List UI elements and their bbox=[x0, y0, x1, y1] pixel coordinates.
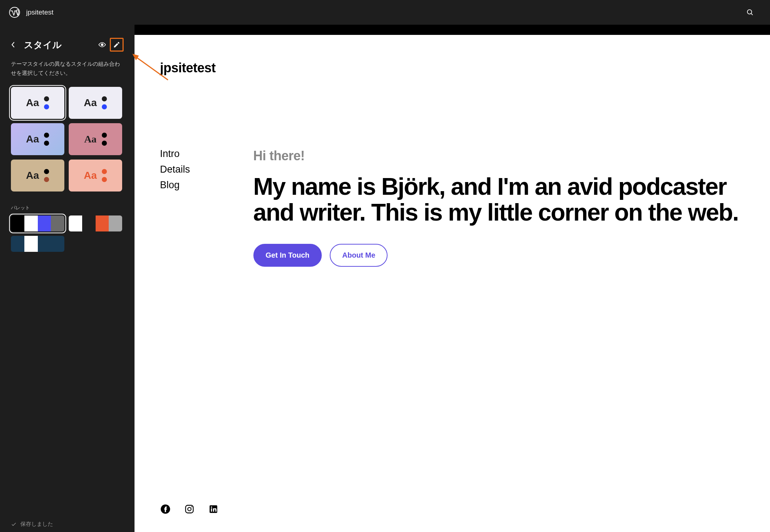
palette-swatch bbox=[38, 215, 51, 231]
style-card-sample-text: Aa bbox=[26, 97, 39, 109]
style-variations-grid: AaAaAaAaAaAa bbox=[11, 87, 124, 192]
svg-point-6 bbox=[188, 507, 191, 511]
style-variation-card[interactable]: Aa bbox=[69, 123, 122, 155]
style-card-color-dots bbox=[44, 169, 49, 182]
style-card-sample-text: Aa bbox=[84, 97, 97, 109]
svg-point-10 bbox=[211, 507, 212, 508]
preview-styles-button[interactable] bbox=[96, 39, 108, 51]
style-card-color-dots bbox=[102, 133, 107, 146]
edit-styles-button[interactable] bbox=[110, 38, 124, 52]
sidebar-styles-panel: スタイル テーマスタイルの異なるスタイルの組み合わせを選択してください。 AaA… bbox=[0, 25, 135, 532]
palette-swatch bbox=[82, 215, 96, 231]
sidebar-description: テーマスタイルの異なるスタイルの組み合わせを選択してください。 bbox=[11, 60, 124, 77]
palette-swatch bbox=[69, 215, 82, 231]
preview-nav-link[interactable]: Details bbox=[160, 164, 190, 175]
palette-option[interactable] bbox=[11, 215, 64, 231]
style-variation-card[interactable]: Aa bbox=[11, 123, 64, 155]
palette-swatch bbox=[51, 236, 64, 252]
style-card-sample-text: Aa bbox=[84, 170, 97, 181]
preview-nav-link[interactable]: Blog bbox=[160, 180, 190, 191]
palette-swatch bbox=[38, 236, 51, 252]
search-button[interactable] bbox=[746, 8, 754, 16]
palette-swatch bbox=[51, 215, 64, 231]
preview-nav-link[interactable]: Intro bbox=[160, 148, 190, 160]
about-me-button[interactable]: About Me bbox=[330, 244, 388, 267]
preview-greeting: Hi there! bbox=[253, 148, 770, 164]
style-card-color-dots bbox=[44, 133, 49, 146]
style-variation-card[interactable]: Aa bbox=[69, 160, 122, 192]
palette-section-label: パレット bbox=[11, 205, 124, 211]
preview-headline: My name is Björk, and I'm an avid podcas… bbox=[253, 174, 770, 226]
palette-swatch bbox=[96, 215, 109, 231]
style-variation-card[interactable]: Aa bbox=[11, 87, 64, 119]
svg-point-7 bbox=[191, 506, 192, 507]
style-card-sample-text: Aa bbox=[26, 170, 39, 181]
topbar: jpsitetest bbox=[0, 0, 770, 25]
save-status: 保存しました bbox=[11, 521, 53, 528]
preview-canvas[interactable]: jpsitetest IntroDetailsBlog Hi there! My… bbox=[135, 35, 770, 532]
style-card-sample-text: Aa bbox=[26, 133, 39, 145]
style-card-color-dots bbox=[102, 169, 107, 182]
site-identity[interactable]: jpsitetest bbox=[9, 7, 53, 18]
preview-social-icons bbox=[160, 504, 219, 515]
svg-point-1 bbox=[747, 10, 752, 14]
svg-rect-9 bbox=[211, 508, 212, 512]
preview-site-title[interactable]: jpsitetest bbox=[160, 60, 770, 76]
linkedin-icon[interactable] bbox=[208, 504, 219, 515]
palette-swatch bbox=[24, 236, 38, 252]
palette-grid bbox=[11, 215, 124, 252]
style-variation-card[interactable]: Aa bbox=[69, 87, 122, 119]
palette-option[interactable] bbox=[11, 236, 64, 252]
style-card-color-dots bbox=[44, 96, 49, 109]
palette-swatch bbox=[11, 215, 24, 231]
preview-canvas-wrap: jpsitetest IntroDetailsBlog Hi there! My… bbox=[135, 25, 770, 532]
instagram-icon[interactable] bbox=[184, 504, 195, 515]
wordpress-logo-icon bbox=[9, 7, 20, 18]
palette-swatch bbox=[24, 215, 38, 231]
get-in-touch-button[interactable]: Get In Touch bbox=[253, 244, 322, 267]
palette-swatch bbox=[11, 236, 24, 252]
style-variation-card[interactable]: Aa bbox=[11, 160, 64, 192]
palette-swatch bbox=[109, 215, 122, 231]
save-status-text: 保存しました bbox=[20, 521, 53, 528]
sidebar-title: スタイル bbox=[24, 39, 96, 51]
facebook-icon[interactable] bbox=[160, 504, 171, 515]
site-name: jpsitetest bbox=[26, 8, 53, 16]
preview-nav: IntroDetailsBlog bbox=[160, 148, 190, 267]
style-card-sample-text: Aa bbox=[84, 133, 96, 145]
svg-point-3 bbox=[101, 44, 103, 46]
palette-option[interactable] bbox=[69, 215, 122, 231]
style-card-color-dots bbox=[102, 96, 107, 109]
svg-line-2 bbox=[751, 13, 753, 15]
back-button[interactable] bbox=[11, 41, 20, 48]
